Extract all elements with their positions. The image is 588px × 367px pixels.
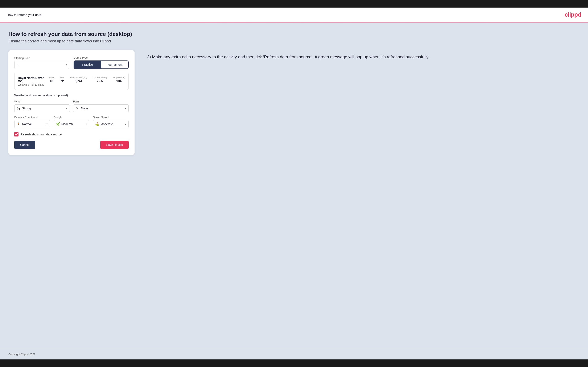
course-stats: Holes 18 Par 72 Yards/White (M)) 6,744 <box>49 76 125 83</box>
starting-hole-group: Starting Hole 1 ▾ <box>14 57 69 69</box>
wind-rain-row: Wind 🌬 Strong ▾ Rain ☀ Non <box>14 100 129 112</box>
yards-label: Yards/White (M)) <box>70 76 87 79</box>
yards-stat: Yards/White (M)) 6,744 <box>70 76 87 83</box>
rain-select-wrapper: ☀ None ▾ <box>73 104 129 112</box>
wind-select-wrapper: 🌬 Strong ▾ <box>14 104 70 112</box>
top-form-row: Starting Hole 1 ▾ Game Type Practice Tou… <box>14 56 129 69</box>
cancel-button[interactable]: Cancel <box>14 141 35 149</box>
par-stat: Par 72 <box>60 76 64 83</box>
refresh-label: Refresh shots from data source <box>21 133 62 136</box>
description-text: 3) Make any extra edits necessary to the… <box>147 54 579 60</box>
yards-value: 6,744 <box>74 79 82 83</box>
holes-value: 18 <box>50 79 53 83</box>
game-type-label: Game Type <box>74 56 129 59</box>
course-rating-value: 72.5 <box>97 79 103 83</box>
fairway-label: Fairway Conditions <box>14 116 50 119</box>
starting-hole-select[interactable]: 1 <box>14 61 69 69</box>
course-header: Royal North Devon GC, Westward Ho!, Engl… <box>18 76 125 86</box>
slope-rating-value: 134 <box>116 79 121 83</box>
green-speed-select[interactable]: Moderate <box>93 120 129 128</box>
conditions-row-2: Fairway Conditions 🏌 Normal ▾ Rough 🌿 <box>14 116 129 128</box>
conditions-section-label: Weather and course conditions (optional) <box>14 94 129 97</box>
course-info: Royal North Devon GC, Westward Ho!, Engl… <box>14 73 129 90</box>
header: How to refresh your data clippd <box>0 8 588 22</box>
wind-group: Wind 🌬 Strong ▾ <box>14 100 70 112</box>
content-area: How to refresh your data from source (de… <box>0 23 588 349</box>
fairway-select[interactable]: Normal <box>14 120 50 128</box>
rain-select[interactable]: None <box>73 104 129 112</box>
rough-label: Rough <box>54 116 90 119</box>
save-button[interactable]: Save Details <box>100 141 129 149</box>
starting-hole-label: Starting Hole <box>14 57 69 60</box>
top-bar <box>0 0 588 8</box>
tournament-button[interactable]: Tournament <box>101 61 128 68</box>
refresh-checkbox[interactable] <box>14 132 18 136</box>
page-subtitle: Ensure the correct and most up to date d… <box>9 39 579 43</box>
fairway-select-wrapper: 🏌 Normal ▾ <box>14 120 50 128</box>
footer: Copyright Clippd 2022 <box>0 349 588 359</box>
header-title: How to refresh your data <box>7 13 41 17</box>
rain-label: Rain <box>73 100 129 103</box>
green-speed-group: Green Speed ⛳ Moderate ▾ <box>93 116 129 128</box>
game-type-group: Game Type Practice Tournament <box>74 56 129 69</box>
footer-text: Copyright Clippd 2022 <box>9 353 35 356</box>
game-type-toggle: Practice Tournament <box>74 60 129 69</box>
holes-label: Holes <box>49 76 54 79</box>
rough-select-wrapper: 🌿 Moderate ▾ <box>54 120 90 128</box>
practice-button[interactable]: Practice <box>74 61 101 68</box>
button-row: Cancel Save Details <box>14 141 129 149</box>
wind-label: Wind <box>14 100 70 103</box>
starting-hole-select-wrapper: 1 ▾ <box>14 61 69 69</box>
rough-group: Rough 🌿 Moderate ▾ <box>54 116 90 128</box>
par-label: Par <box>60 76 64 79</box>
description-panel: 3) Make any extra edits necessary to the… <box>147 50 579 60</box>
par-value: 72 <box>60 79 64 83</box>
main-layout: Starting Hole 1 ▾ Game Type Practice Tou… <box>9 50 579 155</box>
page-title: How to refresh your data from source (de… <box>9 31 579 37</box>
bottom-bar <box>0 359 588 367</box>
rough-select[interactable]: Moderate <box>54 120 90 128</box>
holes-stat: Holes 18 <box>49 76 54 83</box>
rain-group: Rain ☀ None ▾ <box>73 100 129 112</box>
slope-rating-stat: Slope rating 134 <box>113 76 125 83</box>
fairway-group: Fairway Conditions 🏌 Normal ▾ <box>14 116 50 128</box>
course-name-section: Royal North Devon GC, Westward Ho!, Engl… <box>18 76 49 86</box>
course-rating-label: Course rating <box>93 76 107 79</box>
course-name: Royal North Devon GC, <box>18 76 49 83</box>
green-speed-label: Green Speed <box>93 116 129 119</box>
refresh-checkbox-row: Refresh shots from data source <box>14 132 129 136</box>
slope-rating-label: Slope rating <box>113 76 125 79</box>
wind-select[interactable]: Strong <box>14 104 70 112</box>
logo: clippd <box>565 11 581 18</box>
course-rating-stat: Course rating 72.5 <box>93 76 107 83</box>
course-location: Westward Ho!, England <box>18 83 49 86</box>
form-card: Starting Hole 1 ▾ Game Type Practice Tou… <box>9 50 135 155</box>
green-speed-select-wrapper: ⛳ Moderate ▾ <box>93 120 129 128</box>
